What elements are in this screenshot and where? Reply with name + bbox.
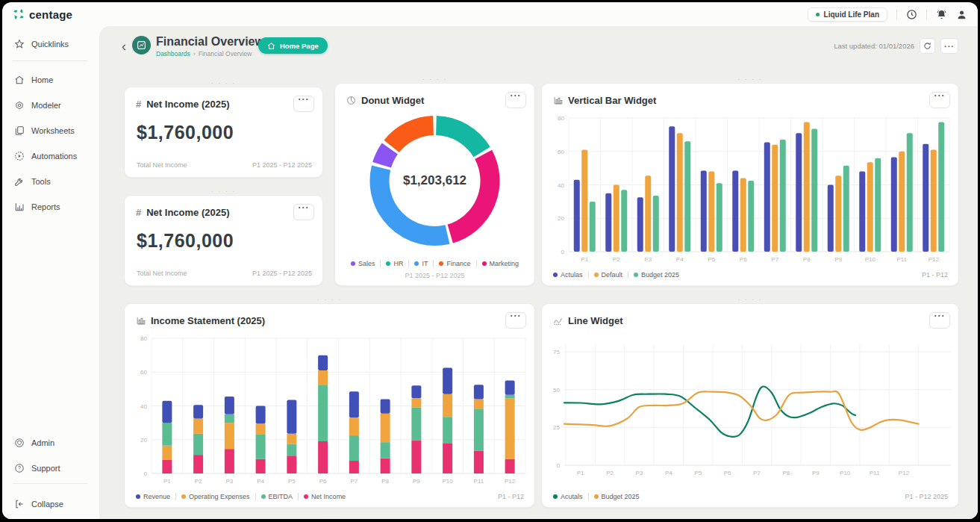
- svg-text:20: 20: [558, 215, 564, 222]
- svg-text:P4: P4: [665, 470, 672, 476]
- legend-item[interactable]: Net Income: [298, 493, 346, 500]
- sidebar-item-reports[interactable]: Reports: [14, 199, 60, 214]
- svg-text:P10: P10: [865, 256, 876, 263]
- legend-label: EBITDA: [269, 493, 293, 500]
- kpi-footer-label: Total Net Income: [137, 270, 187, 277]
- legend-dot: [261, 494, 266, 499]
- legend-item[interactable]: Operating Expenses: [175, 493, 250, 500]
- centage-logo[interactable]: centage: [13, 8, 72, 21]
- dashboard-more-button[interactable]: ···: [940, 38, 958, 54]
- logo-text: centage: [29, 8, 72, 21]
- widget-income-statement: · · · · 020406080P1P2P3P4P5P6P7P8P9P10P1…: [124, 303, 535, 508]
- widget-menu-button[interactable]: ···: [929, 312, 950, 329]
- drag-handle[interactable]: · · · ·: [125, 296, 534, 303]
- svg-text:P5: P5: [694, 470, 702, 476]
- back-button[interactable]: ‹: [122, 39, 126, 54]
- sidebar-item-support[interactable]: Support: [14, 461, 60, 476]
- legend-dot: [482, 261, 487, 266]
- widget-net-income-1: · · · · # Net Income (2025) ··· $1,760,0…: [124, 87, 323, 178]
- sidebar-item-automations[interactable]: Automations: [14, 149, 77, 164]
- legend-dot: [351, 261, 355, 266]
- legend-item[interactable]: Acutals: [553, 493, 583, 500]
- drag-handle[interactable]: · · · ·: [125, 79, 322, 87]
- legend-dot: [439, 261, 443, 266]
- user-profile-icon[interactable]: [956, 9, 967, 20]
- refresh-icon: [923, 42, 931, 50]
- legend-item[interactable]: Budget 2025: [628, 271, 679, 279]
- legend-label: Actulas: [561, 271, 583, 279]
- drag-handle[interactable]: · · · ·: [542, 75, 958, 83]
- drag-handle[interactable]: · · · ·: [125, 187, 322, 195]
- admin-shield-icon: [14, 438, 25, 448]
- plan-label: Liquid Life Plan: [824, 10, 879, 19]
- sidebar-item-worksheets[interactable]: Worksheets: [14, 123, 75, 138]
- automations-icon: [14, 151, 25, 161]
- legend-dot: [553, 273, 558, 277]
- page-title: Financial Overview: [156, 35, 264, 49]
- legend-item[interactable]: Marketing: [476, 260, 519, 267]
- legend-item[interactable]: Sales: [351, 260, 375, 267]
- legend-item[interactable]: Actulas: [553, 271, 583, 279]
- help-center-icon[interactable]: [906, 9, 917, 20]
- partial-card: [334, 518, 535, 519]
- svg-text:P2: P2: [613, 256, 620, 263]
- widget-title: Net Income (2025): [146, 207, 288, 218]
- sidebar-item-home[interactable]: Home: [14, 72, 53, 87]
- sidebar-item-quicklinks[interactable]: Quicklinks: [14, 37, 69, 52]
- widget-menu-button[interactable]: ···: [929, 92, 950, 108]
- legend-dot: [634, 273, 638, 277]
- breadcrumb: Dashboards › Financial Overview: [156, 50, 252, 58]
- drag-handle[interactable]: · · · ·: [542, 296, 958, 303]
- notifications-bell-icon[interactable]: [936, 9, 947, 20]
- app-window: centage Liquid Life Plan: [2, 2, 978, 519]
- plan-selector-button[interactable]: Liquid Life Plan: [808, 7, 887, 22]
- legend-item[interactable]: Finance: [433, 260, 470, 267]
- widget-menu-button[interactable]: ···: [505, 312, 526, 329]
- widget-menu-button[interactable]: ···: [293, 96, 314, 112]
- sidebar-divider-bottom: [13, 483, 87, 484]
- widget-menu-button[interactable]: ···: [505, 92, 526, 108]
- svg-text:P5: P5: [708, 256, 715, 263]
- sidebar-item-modeler[interactable]: Modeler: [14, 98, 61, 113]
- svg-text:60: 60: [558, 149, 564, 155]
- refresh-button[interactable]: [920, 38, 935, 54]
- widget-title: Line Widget: [568, 315, 924, 326]
- home-page-badge[interactable]: Home Page: [258, 37, 328, 54]
- sidebar-collapse-button[interactable]: Collapse: [14, 497, 63, 512]
- number-widget-icon: #: [136, 207, 141, 218]
- svg-text:P8: P8: [783, 470, 790, 476]
- legend-item[interactable]: HR: [380, 260, 403, 267]
- svg-text:40: 40: [558, 182, 564, 189]
- legend-dot: [414, 261, 419, 266]
- kpi-footer-label: Total Net Income: [137, 161, 187, 169]
- legend-item[interactable]: Revenue: [136, 493, 170, 500]
- svg-text:P11: P11: [474, 478, 484, 485]
- legend-label: Marketing: [490, 260, 519, 267]
- modeler-icon: [14, 100, 25, 111]
- widget-menu-button[interactable]: ···: [293, 204, 314, 220]
- income-period-label: P1 - P12: [498, 493, 524, 500]
- svg-text:P2: P2: [195, 478, 202, 485]
- legend-label: HR: [393, 260, 403, 267]
- sidebar-item-admin[interactable]: Admin: [14, 435, 54, 450]
- legend-item[interactable]: Default: [588, 271, 623, 279]
- kpi-period-label: P1 2025 - P12 2025: [252, 161, 312, 169]
- centage-logo-icon: [13, 8, 25, 20]
- legend-dot: [304, 494, 308, 499]
- number-widget-icon: #: [136, 99, 141, 110]
- legend-item[interactable]: IT: [408, 260, 428, 267]
- breadcrumb-dashboards[interactable]: Dashboards: [156, 50, 190, 58]
- drag-handle[interactable]: · · · ·: [335, 75, 534, 83]
- sidebar-item-tools[interactable]: Tools: [14, 174, 51, 189]
- breadcrumb-separator: ›: [193, 50, 196, 58]
- svg-text:P7: P7: [753, 470, 761, 476]
- last-updated-label: Last updated: 01/01/2026: [834, 42, 914, 50]
- star-icon: [14, 39, 25, 49]
- donut-center-value: $1,203,612: [335, 173, 534, 188]
- legend-label: IT: [422, 260, 428, 267]
- svg-text:50: 50: [553, 387, 560, 394]
- legend-item[interactable]: Budget 2025: [588, 493, 640, 500]
- widget-title: Vertical Bar Widget: [568, 95, 924, 106]
- legend-item[interactable]: EBITDA: [255, 493, 293, 500]
- partial-card: [541, 518, 959, 519]
